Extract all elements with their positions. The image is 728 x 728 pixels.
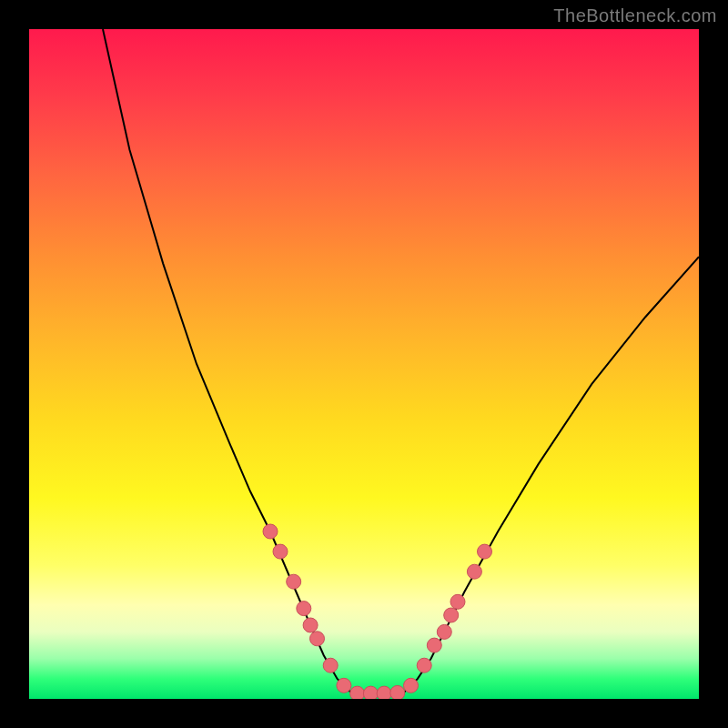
- data-marker: [390, 685, 405, 699]
- marker-group: [263, 524, 492, 699]
- data-marker: [263, 524, 278, 539]
- data-marker: [273, 544, 288, 559]
- data-marker: [287, 574, 301, 589]
- data-marker: [404, 678, 419, 693]
- plot-area: [29, 29, 699, 699]
- data-marker: [444, 608, 459, 622]
- data-marker: [450, 594, 465, 609]
- data-marker: [478, 544, 492, 559]
- data-marker: [417, 658, 431, 672]
- watermark-text: TheBottleneck.com: [553, 5, 717, 26]
- data-marker: [297, 602, 311, 616]
- data-marker: [350, 686, 365, 699]
- data-marker: [467, 564, 481, 579]
- bottleneck-curve: [103, 29, 699, 693]
- data-marker: [377, 686, 391, 699]
- data-marker: [437, 624, 451, 639]
- data-marker: [323, 658, 338, 672]
- data-marker: [427, 638, 441, 652]
- chart-frame: TheBottleneck.com: [0, 0, 728, 728]
- data-marker: [310, 632, 325, 646]
- bottleneck-curve-svg: [29, 29, 699, 699]
- data-marker: [303, 618, 318, 632]
- data-marker: [363, 686, 378, 699]
- data-marker: [337, 678, 351, 693]
